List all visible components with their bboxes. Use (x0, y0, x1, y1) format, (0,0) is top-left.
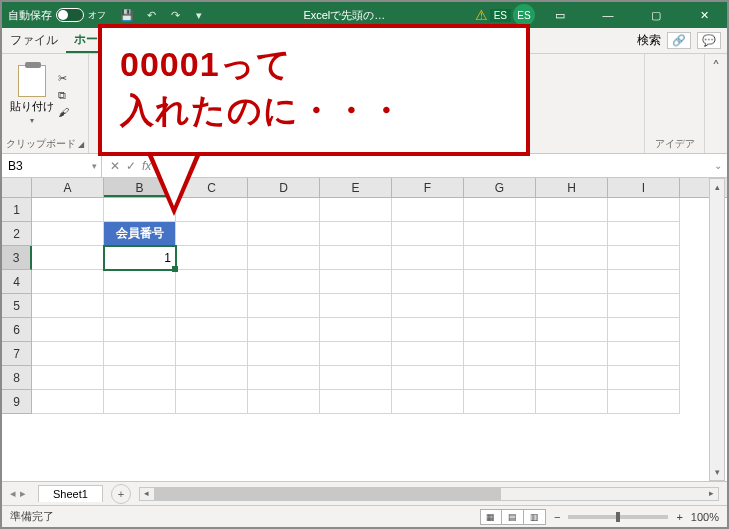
maximize-button[interactable]: ▢ (633, 2, 679, 28)
cell[interactable] (536, 318, 608, 342)
cell[interactable] (536, 198, 608, 222)
cell[interactable] (104, 318, 176, 342)
cell-B2[interactable]: 会員番号 (104, 222, 176, 246)
cell[interactable] (104, 390, 176, 414)
zoom-slider[interactable] (568, 515, 668, 519)
cell[interactable] (176, 390, 248, 414)
cell[interactable] (608, 318, 680, 342)
cell[interactable] (32, 342, 104, 366)
scroll-right-icon[interactable]: ▸ (704, 488, 718, 500)
col-header[interactable]: H (536, 178, 608, 197)
cell[interactable] (320, 246, 392, 270)
paste-dropdown-icon[interactable]: ▾ (30, 116, 34, 125)
qat-more-icon[interactable]: ▾ (190, 6, 208, 24)
toggle-switch[interactable] (56, 8, 84, 22)
account-avatar[interactable]: ES (513, 4, 535, 26)
cell[interactable] (464, 342, 536, 366)
cell[interactable] (464, 294, 536, 318)
cell[interactable] (104, 270, 176, 294)
zoom-in-button[interactable]: + (676, 511, 682, 523)
col-header[interactable]: A (32, 178, 104, 197)
row-header[interactable]: 8 (2, 366, 32, 390)
row-header[interactable]: 7 (2, 342, 32, 366)
cell[interactable] (248, 222, 320, 246)
cell[interactable] (32, 246, 104, 270)
cell[interactable] (608, 222, 680, 246)
cell[interactable] (464, 366, 536, 390)
cell[interactable] (536, 246, 608, 270)
cell[interactable] (320, 366, 392, 390)
col-header[interactable]: I (608, 178, 680, 197)
cell[interactable] (176, 222, 248, 246)
autosave-toggle[interactable]: 自動保存 オフ (2, 8, 112, 23)
cell[interactable] (176, 342, 248, 366)
cell[interactable] (248, 294, 320, 318)
row-header[interactable]: 6 (2, 318, 32, 342)
row-header[interactable]: 3 (2, 246, 32, 270)
cell[interactable] (464, 390, 536, 414)
cell[interactable] (392, 222, 464, 246)
cell[interactable] (392, 246, 464, 270)
scroll-up-icon[interactable]: ▴ (710, 179, 724, 195)
cell[interactable] (320, 390, 392, 414)
cell[interactable] (608, 294, 680, 318)
cell[interactable] (32, 270, 104, 294)
expand-formula-bar-icon[interactable]: ⌄ (709, 160, 727, 171)
cell[interactable] (176, 246, 248, 270)
cell[interactable] (536, 366, 608, 390)
view-normal-icon[interactable]: ▦ (480, 509, 502, 525)
cell[interactable] (32, 198, 104, 222)
row-header[interactable]: 9 (2, 390, 32, 414)
cell[interactable] (32, 366, 104, 390)
cell[interactable] (320, 222, 392, 246)
sheet-tab[interactable]: Sheet1 (38, 485, 103, 502)
cell[interactable] (248, 270, 320, 294)
cell[interactable] (176, 366, 248, 390)
minimize-button[interactable]: — (585, 2, 631, 28)
name-box[interactable]: B3 (2, 154, 102, 177)
cell[interactable] (320, 294, 392, 318)
cell[interactable] (608, 342, 680, 366)
cell[interactable] (32, 294, 104, 318)
format-painter-icon[interactable]: 🖌 (58, 106, 69, 118)
cell[interactable] (32, 390, 104, 414)
ribbon-options-icon[interactable]: ▭ (537, 2, 583, 28)
sheet-nav-next-icon[interactable]: ▸ (20, 487, 26, 500)
cell[interactable] (248, 342, 320, 366)
warning-icon[interactable]: ⚠ (475, 7, 488, 23)
cell[interactable] (392, 342, 464, 366)
cell[interactable] (32, 222, 104, 246)
cell[interactable] (464, 246, 536, 270)
row-header[interactable]: 2 (2, 222, 32, 246)
row-header[interactable]: 5 (2, 294, 32, 318)
account-badge[interactable]: ES (490, 9, 511, 22)
cell[interactable] (608, 270, 680, 294)
cell[interactable] (320, 318, 392, 342)
copy-icon[interactable]: ⧉ (58, 89, 69, 102)
cell[interactable] (392, 294, 464, 318)
cell[interactable] (608, 246, 680, 270)
undo-icon[interactable]: ↶ (142, 6, 160, 24)
cell[interactable] (608, 390, 680, 414)
sheet-nav-prev-icon[interactable]: ◂ (10, 487, 16, 500)
cell[interactable] (248, 390, 320, 414)
close-button[interactable]: ✕ (681, 2, 727, 28)
view-page-layout-icon[interactable]: ▤ (502, 509, 524, 525)
select-all-corner[interactable] (2, 178, 32, 197)
cell[interactable] (536, 390, 608, 414)
cell[interactable] (104, 342, 176, 366)
cell[interactable] (392, 318, 464, 342)
row-header[interactable]: 4 (2, 270, 32, 294)
cell[interactable] (536, 222, 608, 246)
cell[interactable] (536, 294, 608, 318)
horizontal-scrollbar[interactable]: ◂ ▸ (139, 487, 719, 501)
cell-B3-selected[interactable]: 1 (104, 246, 176, 270)
scroll-down-icon[interactable]: ▾ (710, 464, 724, 480)
cell[interactable] (248, 318, 320, 342)
dialog-launcher-icon[interactable]: ◢ (78, 140, 84, 149)
comments-button[interactable]: 💬 (697, 32, 721, 49)
vertical-scrollbar[interactable]: ▴ ▾ (709, 178, 725, 481)
tab-file[interactable]: ファイル (2, 28, 66, 53)
cell[interactable] (176, 270, 248, 294)
cell[interactable] (104, 294, 176, 318)
